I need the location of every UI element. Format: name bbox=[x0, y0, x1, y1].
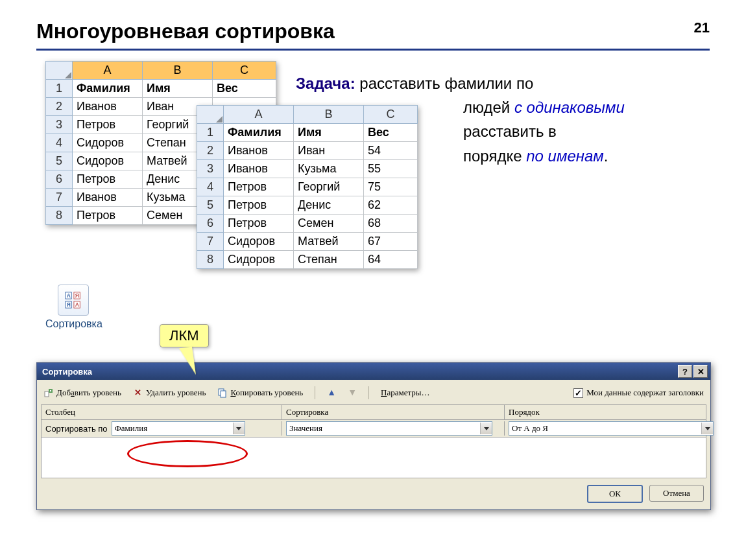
delete-level-button[interactable]: ✕ Удалить уровень bbox=[133, 388, 206, 398]
add-level-icon bbox=[43, 388, 54, 398]
chevron-down-icon bbox=[480, 423, 492, 434]
chevron-down-icon bbox=[701, 423, 713, 434]
close-button[interactable]: ✕ bbox=[693, 365, 708, 378]
svg-text:А: А bbox=[75, 301, 79, 308]
move-up-button[interactable]: ▲ bbox=[327, 388, 336, 398]
sort-column-combo[interactable]: Фамилия bbox=[112, 421, 245, 436]
cell[interactable]: Фамилия bbox=[73, 80, 143, 98]
cell[interactable]: Вес bbox=[213, 80, 276, 98]
sort-icon: А Я Я А bbox=[58, 285, 89, 316]
sort-level-row: Сортировать по Фамилия Значения От А до … bbox=[41, 420, 706, 438]
sort-on-combo[interactable]: Значения bbox=[286, 421, 492, 436]
copy-icon bbox=[217, 388, 228, 398]
sort-dialog: Сортировка ? ✕ Добавить уровень ✕ Удалит… bbox=[36, 362, 711, 510]
col-header-a[interactable]: A bbox=[73, 62, 143, 80]
col-header-c[interactable]: C bbox=[364, 106, 418, 124]
options-button[interactable]: Параметры… bbox=[381, 388, 430, 398]
dialog-title: Сортировка bbox=[42, 367, 92, 377]
dialog-titlebar: Сортировка ? ✕ bbox=[37, 363, 710, 380]
empty-levels-area bbox=[41, 438, 706, 478]
select-all-corner[interactable] bbox=[197, 106, 224, 124]
col-header-a[interactable]: A bbox=[224, 106, 294, 124]
task-label: Задача: bbox=[296, 75, 355, 92]
sort-ribbon-button[interactable]: А Я Я А Сортировка bbox=[45, 285, 101, 330]
lmb-callout: ЛКМ bbox=[160, 324, 209, 347]
sort-button-label: Сортировка bbox=[45, 318, 102, 329]
col-header-b[interactable]: B bbox=[143, 62, 213, 80]
move-down-button[interactable]: ▼ bbox=[348, 388, 357, 398]
col-header-b[interactable]: B bbox=[294, 106, 364, 124]
checkbox-icon: ✓ bbox=[573, 388, 583, 398]
svg-text:Я: Я bbox=[67, 301, 71, 308]
headers-checkbox[interactable]: ✓ Мои данные содержат заголовки bbox=[573, 388, 704, 398]
page-title: Многоуровневая сортировка bbox=[36, 19, 710, 43]
grid-header-column: Столбец bbox=[42, 405, 282, 419]
svg-text:Я: Я bbox=[75, 292, 79, 299]
sort-by-label: Сортировать по bbox=[45, 424, 108, 434]
cell[interactable]: Имя bbox=[143, 80, 213, 98]
svg-rect-8 bbox=[45, 391, 49, 397]
chevron-down-icon bbox=[233, 423, 245, 434]
grid-header-sort: Сортировка bbox=[282, 405, 505, 419]
col-header-c[interactable]: C bbox=[213, 62, 276, 80]
select-all-corner[interactable] bbox=[46, 62, 73, 80]
ok-button[interactable]: ОК bbox=[587, 485, 643, 503]
sorted-table: A B C 1 Фамилия Имя Вес 2ИвановИван54 3И… bbox=[197, 105, 418, 269]
grid-header-order: Порядок bbox=[505, 405, 706, 419]
callout-label: ЛКМ bbox=[160, 324, 209, 347]
help-button[interactable]: ? bbox=[678, 365, 692, 378]
sort-order-combo[interactable]: От А до Я bbox=[509, 421, 714, 436]
title-rule bbox=[36, 49, 710, 51]
copy-level-button[interactable]: Копировать уровень bbox=[217, 388, 303, 398]
add-level-button[interactable]: Добавить уровень bbox=[43, 388, 121, 398]
page-number: 21 bbox=[694, 19, 710, 36]
cancel-button[interactable]: Отмена bbox=[649, 485, 704, 502]
svg-text:А: А bbox=[67, 292, 71, 299]
delete-icon: ✕ bbox=[133, 388, 143, 398]
svg-rect-11 bbox=[221, 391, 226, 397]
